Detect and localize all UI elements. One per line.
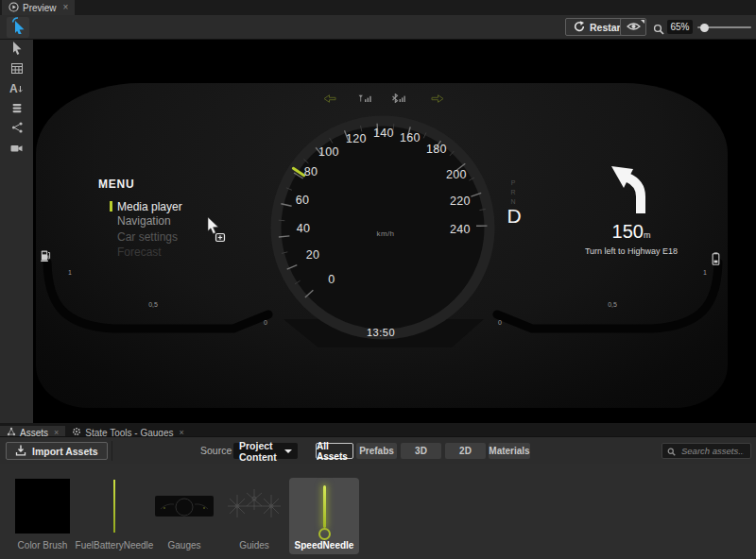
tool-text-button[interactable]: A [0,79,33,99]
speedo-tick-label: 20 [306,248,320,262]
search-icon [667,443,676,460]
svg-text:A: A [9,82,18,94]
tool-camera-button[interactable] [0,139,33,159]
clock-label: 13:50 [367,327,395,338]
assets-toolbar: Import Assets Source Project Content All… [0,436,756,464]
nav-distance-unit: m [644,230,651,240]
import-icon [15,445,26,458]
interaction-cursor-icon [10,17,26,38]
asset-item-color-brush[interactable]: Color Brush [8,478,77,554]
speed-unit-label: km/h [377,229,395,238]
chevron-down-icon [284,449,292,453]
gauge-tick-label: 1 [68,269,72,276]
layers-icon [10,101,24,118]
zoom-magnifier-icon [653,22,664,39]
speedo-tick-label: 120 [346,132,367,145]
play-circle-icon [9,2,19,14]
fuel-pump-icon [41,249,51,266]
visibility-button[interactable] [620,18,646,36]
nav-distance: 150m [612,221,651,243]
asset-item-label: SpeedNeedle [289,540,359,551]
gear-option-label: N [510,198,515,205]
toolbar-divider [112,441,112,461]
cellular-signal-icon [358,90,373,107]
speedo-tick-label: 0 [328,273,335,286]
import-assets-label: Import Assets [32,446,98,457]
speedo-tick-label: 40 [297,222,311,235]
turn-left-arrow-icon [605,159,660,219]
restart-label: Restart [590,22,624,33]
connections-icon [10,121,24,138]
tool-pointer-button[interactable] [0,40,33,59]
zoom-slider-handle[interactable] [700,24,709,32]
guides-thumbnail [226,485,283,527]
menu-item[interactable]: Media player [117,200,182,213]
camera-icon [9,141,24,158]
speedo-tick-label: 140 [373,127,394,140]
gear-option-label: P [511,179,516,186]
asset-item-label: Guides [214,540,295,551]
asset-item-gauges[interactable]: Gauges [149,478,219,554]
asset-item-label: Color Brush [2,540,83,551]
asset-item-fuelbatteryneedle[interactable]: FuelBatteryNeedle [79,478,149,554]
tab-preview[interactable]: Preview × [2,0,75,15]
tool-grid-button[interactable] [0,59,33,79]
asset-item-guides[interactable]: Guides [219,478,289,554]
battery-icon [712,252,720,269]
import-assets-button[interactable]: Import Assets [6,442,108,460]
speedo-tick-label: 80 [304,165,318,178]
zoom-level[interactable]: 65% [667,20,693,34]
needle-thumbnail [113,480,115,533]
tab-preview-label: Preview [23,3,57,13]
text-icon: A [9,81,24,98]
color-brush-thumbnail [15,479,70,534]
zoom-slider[interactable] [697,26,751,28]
menu-item[interactable]: Forecast [117,246,162,259]
search-input[interactable] [679,445,746,457]
turn-left-indicator-icon [323,90,336,107]
left-toolbar: A [0,40,33,423]
tab-close-icon[interactable]: × [63,3,69,12]
asset-search[interactable] [662,443,751,459]
asset-grid: Color BrushFuelBatteryNeedleGaugesGuides… [0,464,756,559]
speedo-tick-label: 180 [426,143,447,156]
dropdown-corner-icon [641,20,644,24]
gear-active-label: D [507,205,521,228]
gear-option-label: R [510,189,515,195]
menu-item[interactable]: Car settings [117,230,178,244]
asset-item-speedneedle[interactable]: SpeedNeedle [289,478,359,554]
speedo-tick-label: 240 [450,223,471,236]
nav-instruction: Turn left to Highway E18 [585,246,678,256]
speedo-tick-label: 220 [450,195,471,208]
speedo-tick-label: 100 [318,145,339,159]
filter-2d[interactable]: 2D [445,443,486,459]
gauge-tick-label: 0 [264,319,267,326]
turn-right-indicator-icon [431,90,444,107]
speedo-tick-label: 60 [296,194,310,207]
filter-3d[interactable]: 3D [401,443,441,459]
gauge-tick-label: 0,5 [148,301,158,308]
filter-prefabs[interactable]: Prefabs [356,443,397,459]
gauge-tick-label: 0,5 [608,301,617,308]
pointer-icon [10,41,24,59]
tool-connections-button[interactable] [0,119,33,139]
source-label: Source [200,445,232,456]
source-dropdown[interactable]: Project Content [233,443,298,459]
gauge-tick-label: 1 [703,269,707,276]
filter-all-assets[interactable]: All Assets [316,443,353,459]
preview-toolbar: Restart 65% [0,15,756,40]
panel-tabbar: Assets×State Tools - Gauges× [0,423,756,436]
grid-icon [10,61,24,78]
interaction-tool-button[interactable] [7,17,29,38]
tool-layers-button[interactable] [0,99,33,119]
filter-materials[interactable]: Materials [489,443,530,459]
gauges-thumbnail [155,496,214,517]
menu-item[interactable]: Navigation [117,214,171,228]
restart-icon [574,21,585,34]
preview-canvas[interactable]: 020406080100120140160180200220240 km/h M… [33,40,756,423]
eye-icon [627,22,641,33]
menu-active-bar [110,201,112,212]
speedo-tick-label: 200 [446,168,467,181]
application-window: Preview × Restart 65% A [0,0,756,559]
gauge-tick-label: 0 [498,319,502,326]
